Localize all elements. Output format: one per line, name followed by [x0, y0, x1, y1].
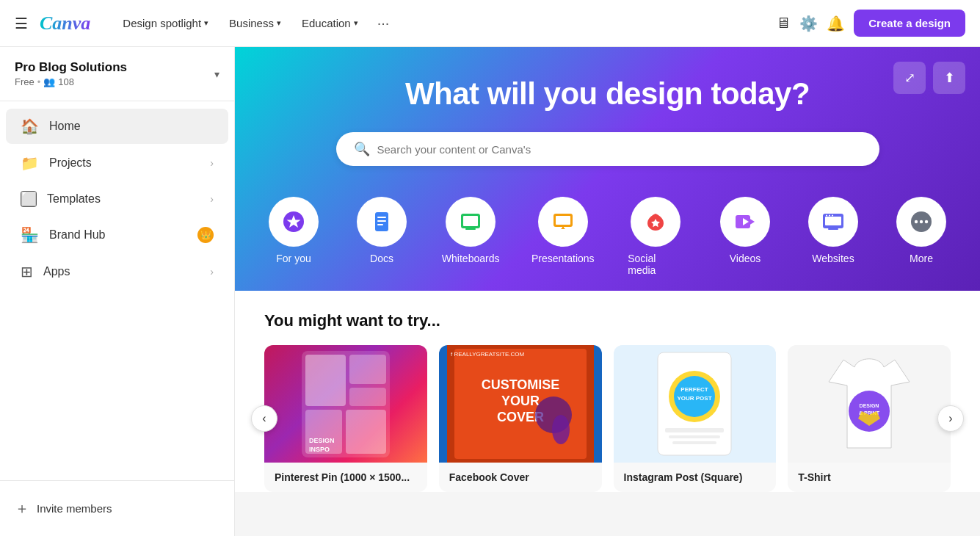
svg-text:f REALLYGREATSITE.COM: f REALLYGREATSITE.COM [451, 351, 525, 358]
svg-rect-3 [377, 220, 386, 222]
templates-icon: ⬜ [21, 191, 37, 207]
suggestion-card-tshirt[interactable]: DESIGN & PRINT T-Shirt [788, 345, 951, 492]
crown-badge-icon: 👑 [197, 227, 214, 243]
social-media-icon [631, 197, 680, 247]
brand-hub-icon: 🏪 [21, 226, 39, 244]
svg-rect-7 [465, 228, 476, 230]
top-navigation: ☰ Canva Design spotlight ▾ Business ▾ Ed… [0, 0, 980, 47]
search-bar[interactable]: 🔍 [336, 132, 879, 166]
svg-point-18 [829, 215, 830, 217]
suggestion-card-facebook[interactable]: CUSTOMISE YOUR COVER f REALLYGREATSITE.C… [439, 345, 602, 492]
search-input[interactable] [377, 143, 862, 156]
category-social-media[interactable]: Social media [610, 189, 701, 291]
for-you-icon [269, 197, 319, 247]
svg-rect-4 [377, 224, 383, 225]
card-label: Facebook Cover [439, 463, 602, 492]
search-bar-wrapper: 🔍 [250, 132, 965, 166]
workspace-name: Pro Blog Solutions [15, 60, 127, 75]
more-icon [896, 197, 946, 247]
svg-rect-9 [556, 216, 570, 225]
main-layout: Pro Blog Solutions Free • 👥 108 ▾ 🏠 Home… [0, 47, 980, 536]
carousel-prev-button[interactable]: ‹ [251, 405, 277, 432]
workspace-subtitle: Free • 👥 108 [15, 76, 127, 87]
suggestion-card-pinterest[interactable]: DESIGN INSPO Pinterest Pin (1000 × 1500.… [264, 345, 427, 492]
sidebar-item-apps[interactable]: ⊞ Apps › [6, 254, 228, 289]
svg-text:DESIGN: DESIGN [860, 403, 879, 408]
svg-rect-2 [377, 217, 386, 218]
chevron-down-icon: ▾ [204, 18, 208, 28]
sidebar-item-label: Brand Hub [49, 228, 187, 242]
suggestions-title: You might want to try... [264, 311, 951, 330]
hamburger-menu[interactable]: ☰ [15, 15, 28, 32]
presentations-icon [538, 197, 588, 247]
carousel-next-button[interactable]: › [937, 405, 964, 432]
chevron-right-icon: › [210, 193, 214, 205]
workspace-chevron-icon: ▾ [214, 68, 219, 80]
content-area: ⤢ ⬆ What will you design today? 🔍 For yo… [235, 47, 980, 536]
invite-members-button[interactable]: ＋ Invite members [15, 493, 219, 524]
suggestion-card-instagram[interactable]: PERFECT YOUR POST Instagram Post (Square… [614, 345, 777, 492]
resize-icon-button[interactable]: ⤢ [893, 62, 926, 94]
category-docs[interactable]: Docs [338, 189, 426, 291]
svg-rect-29 [346, 410, 386, 454]
card-label: Pinterest Pin (1000 × 1500... [264, 463, 427, 492]
category-whiteboards[interactable]: Whiteboards [426, 189, 515, 291]
category-presentations[interactable]: Presentations [515, 189, 610, 291]
education-link[interactable]: Education ▾ [293, 11, 367, 35]
svg-rect-10 [562, 227, 564, 229]
svg-text:CUSTOMISE: CUSTOMISE [481, 377, 559, 392]
upload-icon-button[interactable]: ⬆ [933, 62, 965, 94]
projects-icon: 📁 [21, 154, 39, 172]
hero-action-icons: ⤢ ⬆ [893, 62, 965, 94]
category-videos[interactable]: Videos [701, 189, 789, 291]
chevron-down-icon: ▾ [354, 18, 358, 28]
videos-icon [720, 197, 770, 247]
more-nav-button[interactable]: ··· [370, 9, 397, 37]
svg-rect-47 [672, 441, 716, 444]
sidebar-item-templates[interactable]: ⬜ Templates › [6, 182, 228, 216]
whiteboards-icon [446, 197, 496, 247]
svg-point-21 [915, 220, 918, 223]
category-more[interactable]: More [877, 189, 965, 291]
svg-rect-45 [665, 428, 724, 432]
settings-icon[interactable]: ⚙️ [799, 15, 818, 32]
sidebar-item-brand-hub[interactable]: 🏪 Brand Hub 👑 [6, 217, 228, 253]
svg-point-17 [826, 215, 827, 217]
nav-links: Design spotlight ▾ Business ▾ Education … [114, 9, 776, 37]
chevron-down-icon: ▾ [277, 18, 281, 28]
category-for-you[interactable]: For you [250, 189, 338, 291]
svg-text:YOUR: YOUR [501, 394, 540, 408]
sidebar-item-home[interactable]: 🏠 Home [6, 109, 228, 144]
sidebar: Pro Blog Solutions Free • 👥 108 ▾ 🏠 Home… [0, 47, 235, 536]
desktop-icon[interactable]: 🖥 [776, 15, 791, 32]
svg-rect-15 [825, 217, 841, 225]
category-websites[interactable]: Websites [789, 189, 877, 291]
design-spotlight-link[interactable]: Design spotlight ▾ [114, 11, 217, 35]
svg-rect-26 [349, 355, 386, 384]
members-icon: 👥 [43, 76, 55, 87]
svg-point-19 [832, 215, 833, 217]
workspace-info: Pro Blog Solutions Free • 👥 108 [15, 60, 127, 87]
sidebar-item-projects[interactable]: 📁 Projects › [6, 145, 228, 181]
sidebar-item-label: Apps [43, 265, 200, 278]
svg-text:PERFECT: PERFECT [681, 386, 708, 393]
workspace-selector[interactable]: Pro Blog Solutions Free • 👥 108 ▾ [0, 47, 234, 101]
chevron-right-icon: › [210, 266, 214, 278]
hero-title: What will you design today? [250, 76, 965, 112]
svg-rect-25 [305, 355, 346, 406]
svg-marker-12 [749, 218, 755, 225]
create-design-button[interactable]: Create a design [854, 10, 965, 37]
apps-icon: ⊞ [21, 263, 33, 280]
hero-banner: ⤢ ⬆ What will you design today? 🔍 For yo… [235, 47, 980, 291]
svg-point-23 [925, 220, 928, 223]
notifications-icon[interactable]: 🔔 [827, 15, 845, 32]
sidebar-item-label: Projects [49, 156, 200, 170]
business-link[interactable]: Business ▾ [220, 11, 290, 35]
canva-logo[interactable]: Canva [40, 12, 90, 35]
search-icon: 🔍 [354, 141, 370, 157]
svg-rect-27 [349, 388, 386, 406]
plus-icon: ＋ [15, 499, 29, 518]
chevron-right-icon: › [210, 157, 214, 169]
svg-point-22 [920, 220, 923, 223]
category-row: For you Docs Whiteboards [250, 189, 965, 291]
